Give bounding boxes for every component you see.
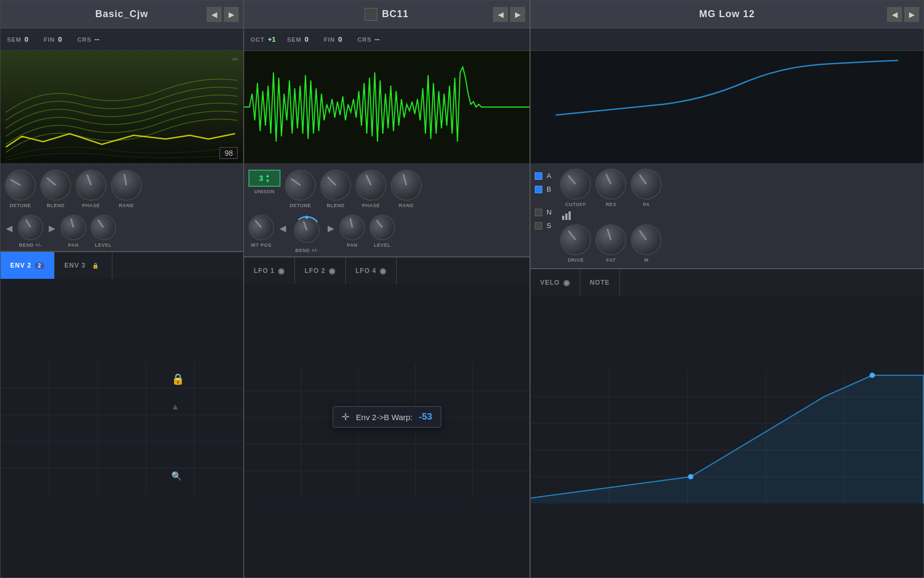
center-bend-ring-container [291,215,322,246]
left-sem-label: SEM [7,36,21,43]
center-unison-selector[interactable]: 3 ▲ ▼ [248,170,281,187]
layer-S-label: S [547,222,551,230]
left-phase-group: PHASE [75,170,107,208]
tab-env3[interactable]: ENV 3 🔒 [55,252,112,279]
left-level-group: LEVEL [90,215,116,248]
right-m-label: M [644,257,648,263]
center-blend-knob[interactable] [316,166,354,204]
center-pan-knob[interactable] [338,213,367,242]
right-fat-group: FAT [595,224,626,263]
left-nav-arrows: ◀ [5,222,13,234]
center-level-label: LEVEL [374,242,391,248]
left-rand-knob[interactable] [107,165,146,205]
svg-text:🔒: 🔒 [171,372,185,385]
layer-B-row: B [535,185,551,193]
left-blend-group: BLEND [40,170,71,208]
center-detune-label: DETUNE [290,203,311,208]
right-prev-button[interactable]: ◀ [887,7,902,22]
tab-env3-icon: 🔒 [89,262,102,269]
layer-S-row: S [535,222,551,230]
tab-lfo4[interactable]: LFO 4 ◉ [346,257,397,284]
layer-selectors: A B N S [535,169,551,230]
layer-S-checkbox[interactable] [535,222,542,230]
left-phase-knob[interactable] [73,167,109,203]
layer-A-label: A [547,172,551,180]
left-pan-label: PAN [68,242,79,248]
right-m-knob[interactable] [630,223,663,257]
layer-B-checkbox[interactable] [535,186,542,193]
right-res-label: RES [605,202,616,207]
center-panel: BC11 ◀ ▶ OCT +1 SEM 0 FIN 0 [244,0,530,578]
left-nav-arrows-right: ▶ [48,222,56,234]
left-blend-label: BLEND [47,203,65,208]
left-waveform-svg [1,51,243,163]
center-oct-group: OCT +1 [251,35,278,43]
main-container: Basic_Cjw ◀ ▶ SEM 0 FIN 0 CRS -- [0,0,924,578]
right-drive-knob[interactable] [558,222,594,257]
left-fin-group: FIN 0 [44,35,69,43]
tab-lfo2-label: LFO 2 [305,267,325,275]
left-phase-label: PHASE [82,203,100,208]
tooltip-move-icon: ✛ [342,411,350,423]
tab-lfo2[interactable]: LFO 2 ◉ [295,257,346,284]
tab-env3-label: ENV 3 [64,262,86,269]
tab-lfo4-icon: ◉ [380,267,387,275]
tab-note-label: NOTE [590,279,610,286]
left-bend-knob[interactable] [16,212,46,242]
center-panel-top: BC11 ◀ ▶ OCT +1 SEM 0 FIN 0 [244,1,529,256]
center-detune-knob[interactable] [279,164,321,206]
right-params-row [531,28,923,51]
layer-N-checkbox[interactable] [535,209,542,216]
svg-text:🔍: 🔍 [171,471,182,481]
center-prev-button[interactable]: ◀ [493,7,508,22]
center-oct-value: +1 [268,35,278,43]
right-next-button[interactable]: ▶ [904,7,919,22]
center-waveform-svg [244,51,529,163]
layer-B-label: B [547,185,551,193]
left-blend-knob[interactable] [36,165,75,205]
center-wt-pos-knob[interactable] [245,211,278,244]
center-phase-knob[interactable] [354,169,388,202]
left-detune-knob[interactable] [0,164,42,206]
layer-A-row: A [535,172,551,180]
center-bend-knob[interactable] [294,217,320,243]
center-crs-group: CRS -- [358,35,385,43]
right-pa-knob[interactable] [630,168,663,201]
left-waveform-display: ✏ 98 [1,51,243,163]
right-drive-label: DRIVE [567,257,584,263]
left-arrow-prev[interactable]: ◀ [5,222,13,234]
tab-lfo1[interactable]: LFO 1 ◉ [244,257,295,284]
left-prev-button[interactable]: ◀ [207,7,222,22]
left-pan-knob[interactable] [59,214,87,241]
tab-note[interactable]: NOTE [580,269,620,296]
tab-velo-icon: ◉ [563,278,570,287]
right-envelope-area [531,296,923,577]
left-pan-group: PAN [60,215,86,248]
tooltip-box: ✛ Env 2->B Warp: -53 [332,406,441,428]
tab-env2[interactable]: ENV 2 2 [1,252,55,279]
left-detune-group: DETUNE [5,170,36,208]
right-cutoff-knob[interactable] [558,166,594,202]
tab-velo[interactable]: VELO ◉ [531,269,580,296]
center-arrow-prev[interactable]: ◀ [278,222,287,234]
center-unison-label: UNISON [254,189,275,194]
right-cutoff-section: CUTOFF RES PA [560,169,662,263]
center-arrow-next[interactable]: ▶ [327,222,335,234]
right-pa-label: PA [643,202,650,207]
left-fin-value: 0 [58,35,69,43]
left-level-knob[interactable] [88,212,119,244]
edit-icon: ✏ [232,55,239,64]
right-res-knob[interactable] [594,168,628,201]
layer-A-checkbox[interactable] [535,172,542,180]
left-arrow-next[interactable]: ▶ [48,222,56,234]
right-res-group: RES [595,169,626,207]
right-panel-bottom: VELO ◉ NOTE [531,268,923,577]
center-rand-knob[interactable] [387,166,425,204]
left-next-button[interactable]: ▶ [224,7,239,22]
tab-lfo1-icon: ◉ [278,267,285,275]
center-level-knob[interactable] [366,211,398,244]
center-panel-title: BC11 [382,9,408,20]
center-next-button[interactable]: ▶ [510,7,525,22]
left-crs-label: CRS [78,36,92,43]
right-fat-knob[interactable] [593,222,630,258]
